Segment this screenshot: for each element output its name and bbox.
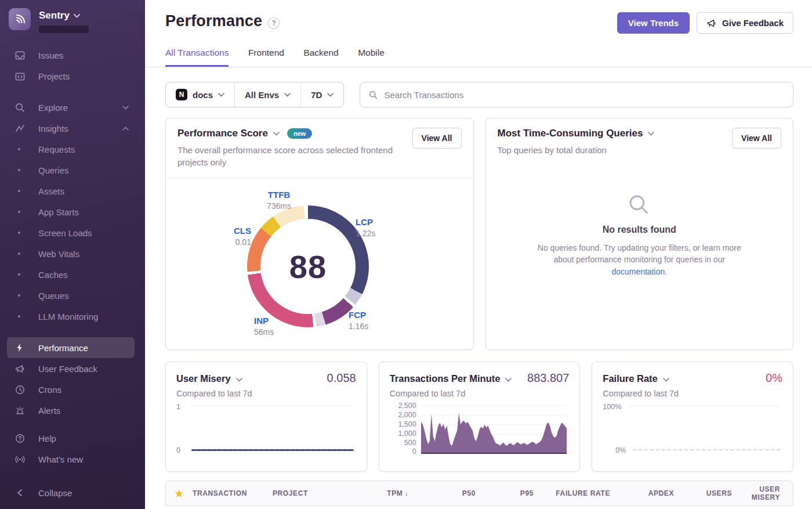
card-subtitle: Compared to last 7d — [390, 389, 570, 398]
sidebar-item-performance[interactable]: Performance — [7, 337, 135, 358]
search-transactions-box[interactable] — [360, 82, 793, 107]
transactions-per-minute-card: Transactions Per Minute 883.807 Compared… — [379, 362, 581, 472]
sidebar-item-screen-loads[interactable]: Screen Loads — [0, 222, 145, 243]
empty-state-title: No results found — [603, 225, 676, 235]
column-users[interactable]: USERS — [674, 489, 732, 497]
sidebar-item-label: What's new — [38, 454, 83, 464]
help-icon — [14, 432, 26, 444]
sidebar-item-help[interactable]: Help — [0, 428, 145, 449]
environment-filter-value: All Envs — [245, 90, 279, 100]
chevron-left-icon — [14, 487, 26, 499]
card-subtitle: Compared to last 7d — [176, 389, 356, 398]
sidebar-item-requests[interactable]: Requests — [0, 139, 145, 160]
sidebar-item-label: Performance — [38, 343, 88, 353]
sidebar-item-crons[interactable]: Crons — [0, 379, 145, 400]
sidebar-item-label: Caches — [38, 270, 68, 280]
date-range-value: 7D — [311, 90, 322, 100]
clock-icon — [14, 384, 26, 395]
sidebar-item-whats-new[interactable]: What's new — [0, 449, 145, 470]
metric-inp[interactable]: INP 56ms — [254, 316, 274, 337]
sidebar-item-label: Issues — [38, 50, 63, 60]
time-consuming-queries-card: Most Time-Consuming Queries View All Top… — [485, 118, 794, 350]
chevron-down-icon — [284, 93, 291, 97]
page-help-icon[interactable]: ? — [268, 17, 280, 29]
sidebar-section-label: Insights — [38, 124, 122, 133]
documentation-link[interactable]: documentation — [611, 267, 665, 276]
sidebar-item-alerts[interactable]: Alerts — [0, 400, 145, 421]
sidebar-item-user-feedback[interactable]: User Feedback — [0, 358, 145, 379]
user-misery-value: 0.058 — [327, 371, 356, 385]
collapse-label: Collapse — [38, 488, 72, 498]
bullet-icon — [18, 273, 20, 276]
card-title: Most Time-Consuming Queries — [498, 128, 643, 139]
column-p50[interactable]: P50 — [408, 489, 476, 497]
tab-backend[interactable]: Backend — [303, 48, 338, 65]
sidebar-item-app-starts[interactable]: App Starts — [0, 201, 145, 222]
card-title: Performance Score — [177, 128, 268, 139]
sentry-logo-tile[interactable] — [9, 8, 31, 30]
bullet-icon — [18, 190, 20, 192]
bullet-icon — [18, 252, 20, 255]
date-range-filter[interactable]: 7D — [300, 82, 343, 107]
metric-lcp[interactable]: LCP 1.22s — [356, 217, 375, 239]
y-axis: 2,500 2,000 1,500 1,000 500 0 — [390, 402, 416, 456]
sidebar-collapse-button[interactable]: Collapse — [0, 482, 145, 503]
empty-state: No results found No queries found. Try u… — [486, 192, 793, 277]
column-transaction[interactable]: TRANSACTION — [193, 489, 273, 497]
sidebar-item-queries[interactable]: Queries — [0, 160, 145, 181]
sidebar-item-label: Queues — [38, 291, 69, 301]
sidebar-item-projects[interactable]: Projects — [0, 66, 145, 86]
chevron-down-icon[interactable] — [663, 378, 669, 382]
tab-frontend[interactable]: Frontend — [248, 48, 284, 65]
org-switcher[interactable]: Sentry — [0, 0, 145, 33]
search-transactions-input[interactable] — [384, 90, 785, 100]
sidebar-item-label: Web Vitals — [38, 249, 79, 259]
column-user-misery[interactable]: USER MISERY — [732, 485, 780, 501]
tab-all-transactions[interactable]: All Transactions — [165, 48, 229, 67]
column-p95[interactable]: P95 — [476, 489, 534, 497]
chevron-down-icon[interactable] — [236, 378, 242, 382]
bullet-icon — [18, 148, 20, 150]
sentry-logo-icon — [12, 12, 27, 27]
give-feedback-button[interactable]: Give Feedback — [697, 12, 793, 34]
column-apdex[interactable]: APDEX — [610, 489, 674, 497]
chevron-down-icon — [74, 14, 80, 18]
metric-ttfb[interactable]: TTFB 736ms — [253, 190, 305, 211]
metric-fcp[interactable]: FCP 1.16s — [349, 310, 368, 331]
card-title: User Misery — [176, 373, 231, 384]
chevron-down-icon[interactable] — [505, 378, 512, 382]
megaphone-icon — [14, 363, 26, 374]
metric-cls[interactable]: CLS 0.01 — [205, 226, 251, 247]
search-icon — [368, 90, 378, 100]
sidebar-section-explore[interactable]: Explore — [0, 97, 145, 118]
bullet-icon — [18, 294, 20, 297]
column-failure-rate[interactable]: FAILURE RATE — [534, 489, 610, 497]
sidebar-item-llm-monitoring[interactable]: LLM Monitoring — [0, 306, 145, 327]
column-tpm[interactable]: TPM↓ — [347, 489, 408, 497]
sidebar-section-insights[interactable]: Insights — [0, 118, 145, 139]
tpm-area-chart[interactable] — [421, 405, 567, 454]
app-window: Sentry Issues Projects — [0, 0, 812, 509]
view-all-button[interactable]: View All — [732, 128, 781, 149]
sidebar-item-issues[interactable]: Issues — [0, 45, 145, 66]
chevron-down-icon[interactable] — [273, 132, 280, 136]
sidebar-item-label: Alerts — [38, 406, 60, 416]
tab-mobile[interactable]: Mobile — [358, 48, 385, 65]
environment-filter[interactable]: All Envs — [234, 82, 300, 107]
star-icon[interactable]: ★ — [166, 488, 193, 499]
score-value: 88 — [289, 248, 327, 286]
view-all-button[interactable]: View All — [412, 128, 462, 149]
project-filter[interactable]: N docs — [166, 82, 234, 107]
column-project[interactable]: PROJECT — [273, 489, 347, 497]
tab-bar: All Transactions Frontend Backend Mobile — [145, 48, 812, 67]
chevron-down-icon[interactable] — [648, 132, 654, 136]
sidebar-item-label: Projects — [38, 71, 70, 81]
card-subtitle: Top queries by total duration — [498, 144, 713, 156]
sidebar-item-web-vitals[interactable]: Web Vitals — [0, 243, 145, 264]
sidebar-item-assets[interactable]: Assets — [0, 181, 145, 201]
project-filter-value: docs — [193, 90, 213, 100]
sidebar-item-queues[interactable]: Queues — [0, 285, 145, 306]
view-trends-button[interactable]: View Trends — [617, 12, 690, 34]
sidebar-item-caches[interactable]: Caches — [0, 264, 145, 285]
sidebar-item-label: User Feedback — [38, 364, 97, 374]
